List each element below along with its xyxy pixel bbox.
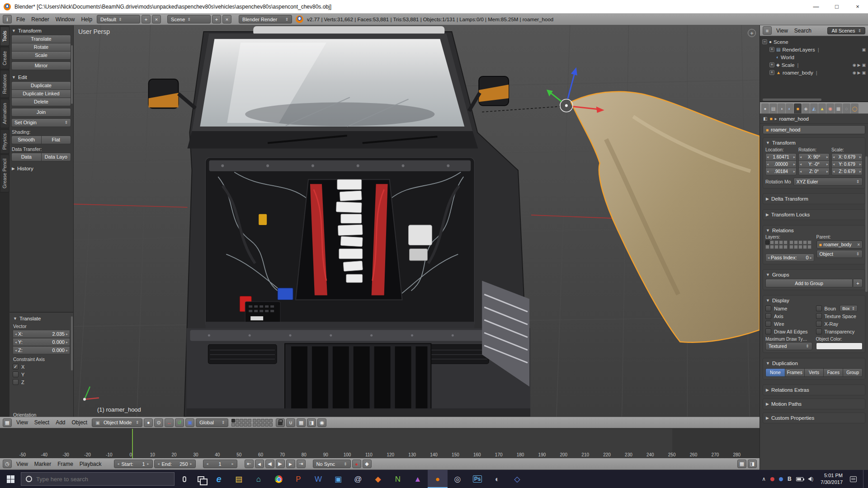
layer-toggle[interactable] — [236, 419, 239, 422]
decrement-icon[interactable]: ◂ — [768, 256, 769, 260]
camera-icon[interactable]: ▣ — [862, 47, 866, 52]
menu-item[interactable]: Search — [791, 28, 815, 34]
duplicate-button[interactable]: Duplicate — [11, 81, 71, 90]
scale-number-field[interactable]: ◂Z: 0.679▸ — [831, 168, 863, 175]
increment-icon[interactable]: ▸ — [66, 332, 68, 336]
layer-toggle[interactable] — [265, 419, 269, 422]
panel-header-relations[interactable]: ▼Relations — [765, 226, 863, 235]
taskbar-beamng-icon[interactable]: ◆ — [368, 470, 388, 488]
display-texture-space-checkbox[interactable]: Texture Space — [816, 312, 863, 320]
close-layout-button[interactable]: × — [152, 15, 161, 23]
increment-icon[interactable]: ▸ — [826, 162, 828, 166]
operator-panel-header[interactable]: ▼Translate — [13, 314, 70, 323]
layer-toggle[interactable] — [248, 423, 251, 427]
outliner-row-roamer-body[interactable]: + ▲ roamer_body | ◉▶▣ — [769, 69, 866, 76]
duplication-frames-button[interactable]: Frames — [785, 368, 805, 377]
menu-item[interactable]: Window — [52, 16, 78, 23]
properties-tab-object[interactable]: ■ — [794, 103, 802, 113]
constraint-axis-y-checkbox[interactable]: Y — [13, 371, 70, 378]
decrement-icon[interactable]: ◂ — [15, 340, 17, 344]
layer-toggle[interactable] — [248, 419, 251, 422]
editor-type-button[interactable]: ≡ — [763, 26, 772, 35]
visibility-eye-icon[interactable]: ◉ — [853, 63, 856, 67]
layer-toggle[interactable] — [253, 423, 256, 427]
location-number-field[interactable]: ◂.00000▸ — [765, 160, 797, 168]
increment-icon[interactable]: ▸ — [826, 155, 828, 159]
increment-icon[interactable]: ▸ — [793, 169, 795, 174]
increment-icon[interactable]: ▸ — [66, 348, 68, 352]
menu-item[interactable]: Help — [78, 16, 95, 23]
taskbar-search[interactable] — [21, 472, 175, 486]
decrement-icon[interactable]: ◂ — [15, 332, 17, 336]
decrement-icon[interactable]: ◂ — [207, 462, 208, 466]
menu-item[interactable]: File — [13, 16, 28, 23]
action-center-icon[interactable] — [850, 476, 857, 482]
close-scene-button[interactable]: × — [222, 15, 231, 23]
data-transfer-button[interactable]: Data — [11, 153, 42, 161]
taskbar-paint3d-icon[interactable]: ▲ — [408, 470, 428, 488]
new-group-button[interactable]: + — [854, 279, 863, 287]
rotation-number-field[interactable]: ◂Y: -0°▸ — [798, 160, 830, 168]
outliner-display-mode-dropdown[interactable]: All Scenes⇕ — [827, 27, 865, 34]
decrement-icon[interactable]: ◂ — [833, 169, 835, 174]
editor-type-button[interactable]: ▦ — [3, 418, 12, 427]
minimize-button[interactable]: — — [806, 0, 826, 13]
data-layout-transfer-button[interactable]: Data Layo — [41, 153, 71, 161]
properties-tab-texture[interactable]: ▦ — [835, 103, 842, 113]
render-engine-dropdown[interactable]: Blender Render⇕ — [239, 15, 292, 23]
display-bounds-checkbox[interactable]: BounBox⇕ — [816, 305, 863, 312]
display-wire-checkbox[interactable]: Wire — [765, 320, 812, 328]
bounds-type-dropdown[interactable]: Box⇕ — [840, 305, 858, 312]
window-titlebar[interactable]: Blender* [C:\Users\Nick\Documents\BeamNG… — [0, 0, 868, 14]
jump-prev-keyframe-button[interactable]: ◄ — [255, 460, 264, 468]
rotation-mode-dropdown[interactable]: XYZ Euler⇕ — [793, 178, 863, 186]
display-name-checkbox[interactable]: Name — [765, 305, 812, 312]
pin-icon[interactable]: ◧ — [763, 116, 767, 121]
increment-icon[interactable]: ▸ — [793, 162, 795, 166]
expand-icon[interactable]: + — [769, 62, 774, 67]
layer-toggle[interactable] — [261, 423, 264, 427]
taskbar-vscode-icon[interactable]: ◇ — [507, 470, 527, 488]
duplication-group-button[interactable]: Group — [843, 368, 863, 377]
display-x-ray-checkbox[interactable]: X-Ray — [816, 320, 863, 328]
taskbar-photoshop-icon[interactable]: Ps — [467, 470, 487, 488]
scale-number-field[interactable]: ◂Y: 0.679▸ — [831, 160, 863, 168]
increment-icon[interactable]: ▸ — [859, 162, 861, 166]
scene-field[interactable]: Scene⇕ — [167, 15, 211, 23]
layer-toggle[interactable] — [794, 245, 798, 249]
decrement-icon[interactable]: ◂ — [767, 162, 769, 166]
layer-toggle[interactable] — [231, 423, 235, 427]
show-desktop-button[interactable] — [863, 470, 865, 488]
close-button[interactable]: × — [847, 0, 868, 13]
layer-toggle[interactable] — [783, 245, 788, 249]
taskbar-blender-icon[interactable]: ● — [428, 470, 448, 488]
menu-item[interactable]: View — [13, 461, 31, 467]
tray-bluetooth-icon[interactable]: B — [788, 476, 792, 482]
orientation-dropdown[interactable]: Global⇕ — [196, 418, 228, 427]
decrement-icon[interactable]: ◂ — [767, 169, 769, 174]
scale-number-field[interactable]: ◂X: 0.679▸ — [831, 153, 863, 161]
taskbar-chrome-icon[interactable]: ● — [269, 470, 288, 488]
snap-element-icon[interactable]: ▦ — [297, 418, 306, 427]
manipulator-rotate-icon[interactable]: ↺ — [175, 418, 184, 427]
constraint-axis-z-checkbox[interactable]: Z — [13, 378, 70, 386]
timeline-editor[interactable]: -50-40-30-20-100102030405060708090100110… — [0, 428, 760, 458]
constraint-axis-x-checkbox[interactable]: X — [13, 363, 70, 371]
layer-toggle[interactable] — [265, 423, 269, 427]
panel-header-transform[interactable]: ▼Transform — [765, 139, 863, 147]
microphone-button[interactable] — [176, 470, 193, 488]
outliner-row-world[interactable]: ◐ World — [769, 53, 866, 61]
taskbar-file-explorer-icon[interactable]: ▤ — [229, 470, 249, 488]
screen-layout-field[interactable]: Default⇕ — [97, 15, 140, 23]
decrement-icon[interactable]: ◂ — [800, 169, 802, 174]
panel-header-groups[interactable]: ▼Groups — [765, 271, 863, 279]
frame-end-field[interactable]: ◂End:250▸ — [154, 460, 196, 468]
layer-toggle[interactable] — [257, 419, 260, 422]
add-layout-button[interactable]: + — [142, 15, 151, 23]
location-number-field[interactable]: ◂1.60471▸ — [765, 153, 797, 161]
clock[interactable]: 5:01 PM 7/30/2017 — [818, 472, 845, 486]
decrement-icon[interactable]: ◂ — [118, 462, 119, 466]
duplication-verts-button[interactable]: Verts — [804, 368, 824, 377]
vector-number-field[interactable]: ◂ Y: 0.000 ▸ — [13, 338, 70, 346]
object-color-swatch[interactable] — [816, 343, 863, 350]
